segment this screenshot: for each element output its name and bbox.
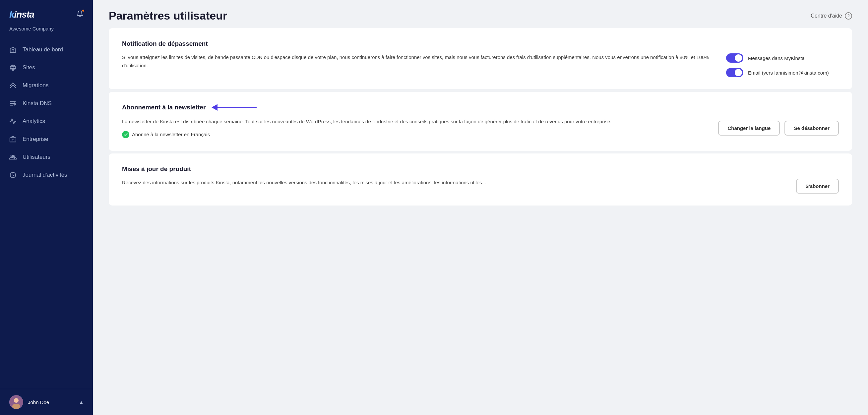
sidebar-item-label-migrations: Migrations: [23, 82, 49, 89]
subscribed-icon: [122, 131, 129, 138]
toggle-row-mykinsta: Messages dans MyKinsta: [726, 53, 839, 63]
sidebar-logo-area: kinsta: [0, 0, 93, 24]
dns-icon: [9, 100, 17, 107]
sidebar-item-sites[interactable]: Sites: [0, 59, 93, 76]
toggle-mykinsta[interactable]: [726, 53, 743, 63]
enterprise-icon: [9, 135, 17, 143]
sidebar-item-label-analytics: Analytics: [23, 118, 45, 125]
analytics-icon: [9, 118, 17, 125]
sidebar-item-label-tableau: Tableau de bord: [23, 46, 63, 53]
sidebar-item-label-sites: Sites: [23, 64, 35, 71]
subscribed-label: Abonné à la newsletter en Français: [132, 131, 210, 139]
notification-body: Si vous atteignez les limites de visites…: [122, 53, 839, 77]
home-icon: [9, 46, 17, 53]
user-footer[interactable]: John Doe ▲: [0, 389, 93, 415]
svg-point-9: [14, 398, 19, 403]
subscribe-button[interactable]: S'abonner: [796, 179, 839, 194]
change-language-button[interactable]: Changer la langue: [718, 121, 780, 135]
newsletter-header: Abonnement à la newsletter: [122, 104, 839, 111]
product-actions: S'abonner: [796, 179, 839, 194]
newsletter-actions: Changer la langue Se désabonner: [718, 121, 839, 135]
notification-badge: [82, 9, 85, 12]
sidebar: kinsta Awesome Company Tableau de bord: [0, 0, 93, 415]
newsletter-status: Abonné à la newsletter en Français: [122, 131, 705, 139]
sidebar-item-journal[interactable]: Journal d'activités: [0, 166, 93, 184]
sidebar-item-label-journal: Journal d'activités: [23, 172, 67, 178]
notification-description: Si vous atteignez les limites de visites…: [122, 53, 713, 70]
sidebar-item-label-utilisateurs: Utilisateurs: [23, 154, 51, 160]
help-circle-icon: ?: [845, 12, 852, 20]
unsubscribe-button[interactable]: Se désabonner: [784, 121, 839, 135]
logo: kinsta: [9, 9, 34, 20]
toggle-mykinsta-slider: [726, 53, 743, 63]
newsletter-text-area: La newsletter de Kinsta est distribuée c…: [122, 118, 705, 139]
arrow-line: [217, 107, 257, 108]
sidebar-item-label-entreprise: Entreprise: [23, 136, 48, 142]
product-description: Recevez des informations sur les produit…: [122, 179, 783, 187]
top-bar: Paramètres utilisateur Centre d'aide ?: [93, 0, 868, 28]
help-center-link[interactable]: Centre d'aide ?: [811, 12, 852, 20]
product-card: Mises à jour de produit Recevez des info…: [109, 154, 852, 205]
svg-point-0: [10, 65, 16, 71]
toggle-row-email: Email (vers fannisimon@kinsta.com): [726, 68, 839, 77]
toggle-email[interactable]: [726, 68, 743, 77]
sidebar-item-tableau[interactable]: Tableau de bord: [0, 41, 93, 59]
globe-icon: [9, 64, 17, 71]
arrow-indicator: [212, 104, 257, 111]
users-icon: [9, 154, 17, 161]
main-content: Paramètres utilisateur Centre d'aide ? N…: [93, 0, 868, 415]
notification-toggles: Messages dans MyKinsta Email (vers fanni…: [726, 53, 839, 77]
sidebar-item-utilisateurs[interactable]: Utilisateurs: [0, 148, 93, 166]
chevron-up-icon: ▲: [79, 400, 84, 405]
toggle-email-label: Email (vers fannisimon@kinsta.com): [748, 70, 829, 75]
sidebar-item-migrations[interactable]: Migrations: [0, 76, 93, 94]
newsletter-card: Abonnement à la newsletter La newsletter…: [109, 92, 852, 151]
svg-point-10: [12, 404, 20, 409]
help-center-label: Centre d'aide: [811, 13, 842, 19]
newsletter-description: La newsletter de Kinsta est distribuée c…: [122, 118, 705, 126]
sidebar-item-label-kinsta-dns: Kinsta DNS: [23, 100, 52, 107]
notification-bell[interactable]: [76, 10, 84, 19]
company-name: Awesome Company: [9, 26, 54, 31]
nav-items: Tableau de bord Sites Migrations: [0, 38, 93, 389]
migration-icon: [9, 82, 17, 89]
toggle-mykinsta-label: Messages dans MyKinsta: [748, 55, 805, 61]
activity-icon: [9, 171, 17, 179]
notification-card: Notification de dépassement Si vous atte…: [109, 28, 852, 89]
user-name: John Doe: [28, 400, 74, 405]
content-area: Notification de dépassement Si vous atte…: [93, 28, 868, 224]
notification-title: Notification de dépassement: [122, 40, 839, 47]
sidebar-item-analytics[interactable]: Analytics: [0, 113, 93, 130]
toggle-email-slider: [726, 68, 743, 77]
page-title: Paramètres utilisateur: [109, 9, 227, 22]
newsletter-title: Abonnement à la newsletter: [122, 104, 206, 111]
company-row: Awesome Company: [0, 24, 93, 38]
sidebar-item-kinsta-dns[interactable]: Kinsta DNS: [0, 94, 93, 113]
newsletter-body: La newsletter de Kinsta est distribuée c…: [122, 118, 839, 139]
sidebar-item-entreprise[interactable]: Entreprise: [0, 130, 93, 148]
avatar: [9, 395, 23, 409]
product-title: Mises à jour de produit: [122, 165, 839, 173]
product-body: Recevez des informations sur les produit…: [122, 179, 839, 194]
